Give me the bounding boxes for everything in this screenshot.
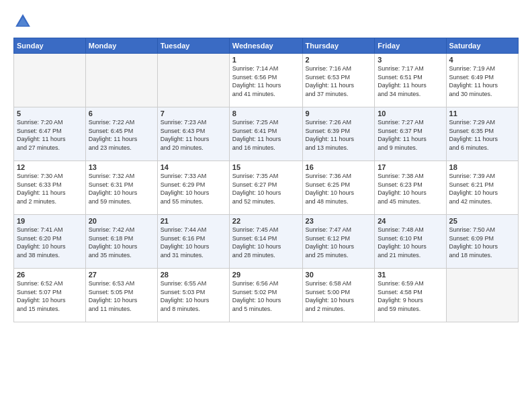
day-info: Sunrise: 7:44 AM Sunset: 6:16 PM Dayligh… (161, 226, 226, 259)
day-info: Sunrise: 7:42 AM Sunset: 6:18 PM Dayligh… (89, 226, 154, 259)
day-number: 22 (232, 217, 300, 225)
calendar-cell: 7Sunrise: 7:23 AM Sunset: 6:43 PM Daylig… (157, 107, 229, 161)
day-info: Sunrise: 6:52 AM Sunset: 5:07 PM Dayligh… (17, 279, 83, 313)
day-number: 5 (17, 109, 83, 118)
day-info: Sunrise: 7:20 AM Sunset: 6:47 PM Dayligh… (17, 118, 83, 152)
day-info: Sunrise: 7:47 AM Sunset: 6:12 PM Dayligh… (306, 226, 372, 259)
day-number: 29 (232, 271, 300, 279)
calendar-cell: 4Sunrise: 7:19 AM Sunset: 6:49 PM Daylig… (446, 54, 518, 107)
day-number: 8 (232, 109, 300, 118)
day-info: Sunrise: 7:32 AM Sunset: 6:31 PM Dayligh… (89, 172, 154, 205)
day-number: 23 (306, 217, 372, 225)
day-info: Sunrise: 7:35 AM Sunset: 6:27 PM Dayligh… (232, 172, 300, 205)
week-row-3: 12Sunrise: 7:30 AM Sunset: 6:33 PM Dayli… (14, 161, 519, 215)
calendar-cell: 11Sunrise: 7:29 AM Sunset: 6:35 PM Dayli… (446, 107, 518, 161)
calendar-cell: 1Sunrise: 7:14 AM Sunset: 6:56 PM Daylig… (229, 54, 302, 107)
calendar-cell: 30Sunrise: 6:58 AM Sunset: 5:00 PM Dayli… (302, 269, 375, 322)
day-info: Sunrise: 7:30 AM Sunset: 6:33 PM Dayligh… (17, 172, 83, 205)
day-info: Sunrise: 7:17 AM Sunset: 6:51 PM Dayligh… (378, 64, 443, 98)
calendar-cell (157, 54, 229, 107)
calendar-cell: 26Sunrise: 6:52 AM Sunset: 5:07 PM Dayli… (14, 269, 86, 322)
calendar-cell: 10Sunrise: 7:27 AM Sunset: 6:37 PM Dayli… (375, 107, 446, 161)
weekday-header-row: SundayMondayTuesdayWednesdayThursdayFrid… (14, 38, 519, 54)
day-number: 30 (306, 271, 372, 279)
day-number: 27 (89, 271, 154, 279)
day-number: 16 (306, 163, 372, 171)
day-info: Sunrise: 7:23 AM Sunset: 6:43 PM Dayligh… (161, 118, 226, 152)
day-info: Sunrise: 7:22 AM Sunset: 6:45 PM Dayligh… (89, 118, 154, 152)
calendar-cell: 12Sunrise: 7:30 AM Sunset: 6:33 PM Dayli… (14, 161, 86, 215)
calendar-cell: 2Sunrise: 7:16 AM Sunset: 6:53 PM Daylig… (302, 54, 375, 107)
day-number: 25 (449, 217, 515, 225)
day-number: 31 (378, 271, 443, 279)
header (13, 12, 519, 31)
calendar-cell: 5Sunrise: 7:20 AM Sunset: 6:47 PM Daylig… (14, 107, 86, 161)
day-info: Sunrise: 7:27 AM Sunset: 6:37 PM Dayligh… (378, 118, 443, 152)
calendar-cell: 25Sunrise: 7:50 AM Sunset: 6:09 PM Dayli… (446, 215, 518, 269)
day-number: 3 (378, 56, 443, 64)
calendar-cell: 15Sunrise: 7:35 AM Sunset: 6:27 PM Dayli… (229, 161, 302, 215)
day-info: Sunrise: 7:48 AM Sunset: 6:10 PM Dayligh… (378, 226, 443, 259)
day-info: Sunrise: 7:41 AM Sunset: 6:20 PM Dayligh… (17, 226, 83, 259)
day-info: Sunrise: 6:56 AM Sunset: 5:02 PM Dayligh… (232, 279, 300, 313)
day-info: Sunrise: 7:33 AM Sunset: 6:29 PM Dayligh… (161, 172, 226, 205)
calendar-cell: 3Sunrise: 7:17 AM Sunset: 6:51 PM Daylig… (375, 54, 446, 107)
day-info: Sunrise: 7:36 AM Sunset: 6:25 PM Dayligh… (306, 172, 372, 205)
calendar-cell: 20Sunrise: 7:42 AM Sunset: 6:18 PM Dayli… (85, 215, 157, 269)
calendar-cell: 21Sunrise: 7:44 AM Sunset: 6:16 PM Dayli… (157, 215, 229, 269)
day-number: 7 (161, 109, 226, 118)
weekday-header-thursday: Thursday (302, 38, 375, 54)
week-row-4: 19Sunrise: 7:41 AM Sunset: 6:20 PM Dayli… (14, 215, 519, 269)
calendar: SundayMondayTuesdayWednesdayThursdayFrid… (13, 38, 519, 322)
day-number: 4 (449, 56, 515, 64)
day-info: Sunrise: 7:50 AM Sunset: 6:09 PM Dayligh… (449, 226, 515, 259)
day-info: Sunrise: 7:45 AM Sunset: 6:14 PM Dayligh… (232, 226, 300, 259)
day-number: 18 (449, 163, 515, 171)
calendar-cell: 28Sunrise: 6:55 AM Sunset: 5:03 PM Dayli… (157, 269, 229, 322)
day-number: 12 (17, 163, 83, 171)
day-info: Sunrise: 6:58 AM Sunset: 5:00 PM Dayligh… (306, 279, 372, 313)
calendar-cell: 23Sunrise: 7:47 AM Sunset: 6:12 PM Dayli… (302, 215, 375, 269)
calendar-cell: 16Sunrise: 7:36 AM Sunset: 6:25 PM Dayli… (302, 161, 375, 215)
day-number: 9 (306, 109, 372, 118)
day-number: 10 (378, 109, 443, 118)
day-number: 20 (89, 217, 154, 225)
calendar-cell: 8Sunrise: 7:25 AM Sunset: 6:41 PM Daylig… (229, 107, 302, 161)
calendar-cell: 22Sunrise: 7:45 AM Sunset: 6:14 PM Dayli… (229, 215, 302, 269)
day-number: 21 (161, 217, 226, 225)
day-number: 19 (17, 217, 83, 225)
day-number: 26 (17, 271, 83, 279)
day-info: Sunrise: 7:19 AM Sunset: 6:49 PM Dayligh… (449, 64, 515, 98)
day-number: 14 (161, 163, 226, 171)
day-number: 2 (306, 56, 372, 64)
day-number: 13 (89, 163, 154, 171)
calendar-cell: 18Sunrise: 7:39 AM Sunset: 6:21 PM Dayli… (446, 161, 518, 215)
day-info: Sunrise: 7:29 AM Sunset: 6:35 PM Dayligh… (449, 118, 515, 152)
weekday-header-friday: Friday (375, 38, 446, 54)
weekday-header-tuesday: Tuesday (157, 38, 229, 54)
calendar-cell: 17Sunrise: 7:38 AM Sunset: 6:23 PM Dayli… (375, 161, 446, 215)
day-info: Sunrise: 7:26 AM Sunset: 6:39 PM Dayligh… (306, 118, 372, 152)
week-row-5: 26Sunrise: 6:52 AM Sunset: 5:07 PM Dayli… (14, 269, 519, 322)
weekday-header-wednesday: Wednesday (229, 38, 302, 54)
calendar-cell: 31Sunrise: 6:59 AM Sunset: 4:58 PM Dayli… (375, 269, 446, 322)
calendar-cell: 24Sunrise: 7:48 AM Sunset: 6:10 PM Dayli… (375, 215, 446, 269)
calendar-cell: 14Sunrise: 7:33 AM Sunset: 6:29 PM Dayli… (157, 161, 229, 215)
day-number: 6 (89, 109, 154, 118)
calendar-cell (446, 269, 518, 322)
day-info: Sunrise: 6:55 AM Sunset: 5:03 PM Dayligh… (161, 279, 226, 313)
day-number: 15 (232, 163, 300, 171)
logo-icon (13, 12, 32, 31)
calendar-cell: 6Sunrise: 7:22 AM Sunset: 6:45 PM Daylig… (85, 107, 157, 161)
page: SundayMondayTuesdayWednesdayThursdayFrid… (0, 0, 532, 411)
week-row-2: 5Sunrise: 7:20 AM Sunset: 6:47 PM Daylig… (14, 107, 519, 161)
day-info: Sunrise: 6:53 AM Sunset: 5:05 PM Dayligh… (89, 279, 154, 313)
logo (13, 12, 36, 31)
calendar-cell (85, 54, 157, 107)
day-number: 24 (378, 217, 443, 225)
calendar-cell: 13Sunrise: 7:32 AM Sunset: 6:31 PM Dayli… (85, 161, 157, 215)
calendar-cell: 29Sunrise: 6:56 AM Sunset: 5:02 PM Dayli… (229, 269, 302, 322)
calendar-cell (14, 54, 86, 107)
day-info: Sunrise: 7:14 AM Sunset: 6:56 PM Dayligh… (232, 64, 300, 98)
day-number: 1 (232, 56, 300, 64)
